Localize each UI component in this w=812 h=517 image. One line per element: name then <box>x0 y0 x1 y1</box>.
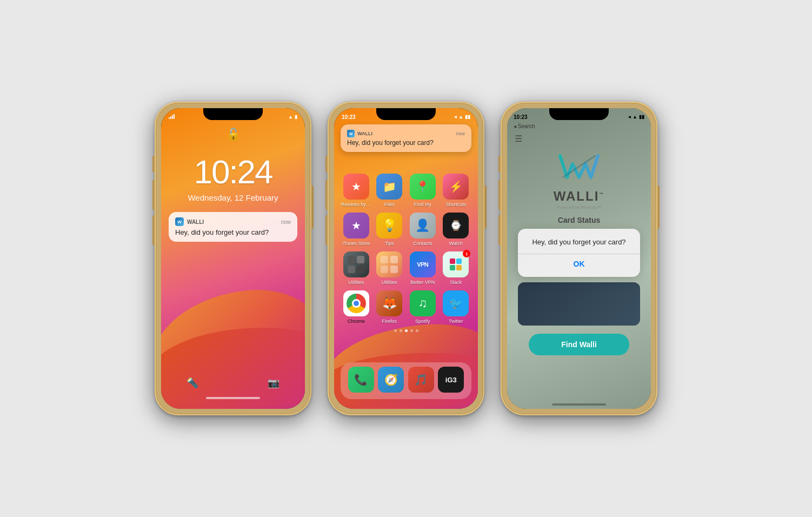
dot-5 <box>416 329 418 332</box>
slack-q1 <box>450 258 455 264</box>
app-row-2: ★ iTunes Store 💡 Tips 👤 C <box>340 213 472 246</box>
walli-tm: ™ <box>599 192 604 197</box>
walli-dialog: Hey, did you forget your card? OK <box>518 229 640 277</box>
findmy-label: Find My <box>414 202 431 207</box>
volume-down-button[interactable] <box>152 215 155 245</box>
banner-message: Hey, did you forget your card? <box>347 139 465 147</box>
walli-time: 10:23 <box>514 114 528 120</box>
notif-app: W WALLI <box>175 217 204 226</box>
app-reviews-by-me[interactable]: ★ Reviews by Me <box>341 174 372 207</box>
dot-1 <box>394 329 397 332</box>
dialog-message: Hey, did you forget your card? <box>527 237 631 247</box>
app-watch[interactable]: ⌚ Watch <box>440 213 471 246</box>
volume-up-button[interactable] <box>152 180 155 210</box>
walli-icon: W <box>175 217 184 226</box>
utilities2-icon <box>376 251 402 277</box>
volume-up-button-3[interactable] <box>498 180 501 210</box>
page-dots <box>334 329 478 332</box>
app-shortcuts[interactable]: ⚡ Shortcuts <box>440 174 471 207</box>
walli-logo-text: WALLI™ <box>507 189 651 204</box>
app-tips[interactable]: 💡 Tips <box>374 213 405 246</box>
walli-status-icons: ◂ ▲ ▮▮ <box>628 114 644 120</box>
spotify-icon: ♫ <box>410 290 436 316</box>
bar3 <box>172 115 173 119</box>
app-spotify[interactable]: ♫ Spotify <box>407 290 438 324</box>
app-itunes-store[interactable]: ★ iTunes Store <box>341 213 372 246</box>
home-indicator <box>206 397 260 399</box>
app-row-1: ★ Reviews by Me 📁 Files 📍 <box>340 174 472 207</box>
app-twitter[interactable]: 🐦 Twitter <box>440 290 471 324</box>
notif-header: W WALLI now <box>175 217 291 226</box>
back-label: Search <box>518 123 535 129</box>
mute-button-3[interactable] <box>498 156 501 172</box>
dock-safari-icon: 🧭 <box>378 367 404 393</box>
lock-notification[interactable]: W WALLI now Hey, did you forget your car… <box>169 212 297 242</box>
dock-ig3-icon: iG3 <box>438 367 464 393</box>
power-button[interactable] <box>311 185 314 229</box>
dock-ig3[interactable]: iG3 <box>436 367 467 395</box>
contacts-icon: 👤 <box>410 213 436 238</box>
dock-safari[interactable]: 🧭 <box>376 367 407 395</box>
dock-music[interactable]: 🎵 <box>406 367 436 395</box>
flashlight-icon[interactable]: 🔦 <box>183 373 202 393</box>
app-find-my[interactable]: 📍 Find My <box>407 174 438 207</box>
reviews-icon: ★ <box>343 174 369 200</box>
dock-phone[interactable]: 📞 <box>346 367 376 395</box>
itunes-label: iTunes Store <box>342 241 370 246</box>
walli-wifi-icon: ▲ <box>633 114 637 120</box>
chrome-ring <box>347 294 366 313</box>
phone-1-screen: ▲ ▮ 🔓 10:24 Wednesday, 12 February W WAL… <box>161 108 305 409</box>
power-button-3[interactable] <box>657 185 660 229</box>
notif-message: Hey, did you forget your card? <box>175 228 291 236</box>
hs-banner[interactable]: W WALLI now Hey, did you forget your car… <box>341 124 471 152</box>
bar1 <box>169 117 170 119</box>
walli-back-nav[interactable]: ◂ Search <box>507 122 651 130</box>
lockscreen: ▲ ▮ 🔓 10:24 Wednesday, 12 February W WAL… <box>161 108 305 409</box>
camera-icon[interactable]: 📷 <box>264 373 283 393</box>
carrier-signal <box>169 114 175 120</box>
volume-up-button-2[interactable] <box>325 180 328 210</box>
app-utilities-1[interactable]: Utilities <box>341 251 372 285</box>
app-better-vpn[interactable]: VPN Better VPN <box>407 251 438 285</box>
notch-2 <box>376 108 436 120</box>
watch-label: Watch <box>449 241 463 246</box>
dock: 📞 🧭 🎵 iG3 <box>341 362 471 399</box>
lock-icon: 🔓 <box>161 128 305 142</box>
lockscreen-bottom: 🔦 📷 <box>161 373 305 409</box>
chrome-inner-circle <box>352 299 361 308</box>
twitter-icon: 🐦 <box>443 290 469 316</box>
app-row-4: Chrome 🦊 Firefox ♫ Spotify <box>340 290 472 324</box>
utilities1-label: Utilities <box>348 280 364 285</box>
mute-button[interactable] <box>152 156 155 172</box>
notch-3 <box>549 108 609 120</box>
utilities2-label: Utilities <box>382 280 397 285</box>
app-utilities-2[interactable]: Utilities <box>374 251 405 285</box>
app-chrome[interactable]: Chrome <box>341 290 372 324</box>
app-contacts[interactable]: 👤 Contacts <box>407 213 438 246</box>
banner-app: W WALLI <box>347 130 372 137</box>
app-firefox[interactable]: 🦊 Firefox <box>374 290 405 324</box>
phone-1: ▲ ▮ 🔓 10:24 Wednesday, 12 February W WAL… <box>155 102 311 415</box>
slack-icon: 1 <box>443 251 469 277</box>
volume-down-button-2[interactable] <box>325 215 328 245</box>
app-files[interactable]: 📁 Files <box>374 174 405 207</box>
banner-header: W WALLI now <box>347 130 465 137</box>
dialog-ok-button[interactable]: OK <box>527 254 631 268</box>
slack-q2 <box>456 258 462 264</box>
walli-nav-bar: ☰ <box>507 130 651 148</box>
hamburger-menu-icon[interactable]: ☰ <box>515 135 522 143</box>
volume-down-button-3[interactable] <box>498 215 501 245</box>
mute-button-2[interactable] <box>325 156 328 172</box>
walli-battery-icon: ▮▮ <box>639 114 644 120</box>
power-button-2[interactable] <box>484 185 487 229</box>
card-background <box>518 282 640 326</box>
find-walli-button[interactable]: Find Walli <box>529 334 629 355</box>
hs-time: 10:23 <box>342 114 356 120</box>
app-slack[interactable]: 1 Slack <box>440 251 471 285</box>
contacts-label: Contacts <box>413 241 432 246</box>
slack-q3 <box>450 265 455 270</box>
lock-time: 10:24 <box>161 153 305 191</box>
twitter-label: Twitter <box>449 319 463 324</box>
slack-badge: 1 <box>463 250 470 257</box>
status-icons-right: ▲ ▮ <box>288 114 297 120</box>
